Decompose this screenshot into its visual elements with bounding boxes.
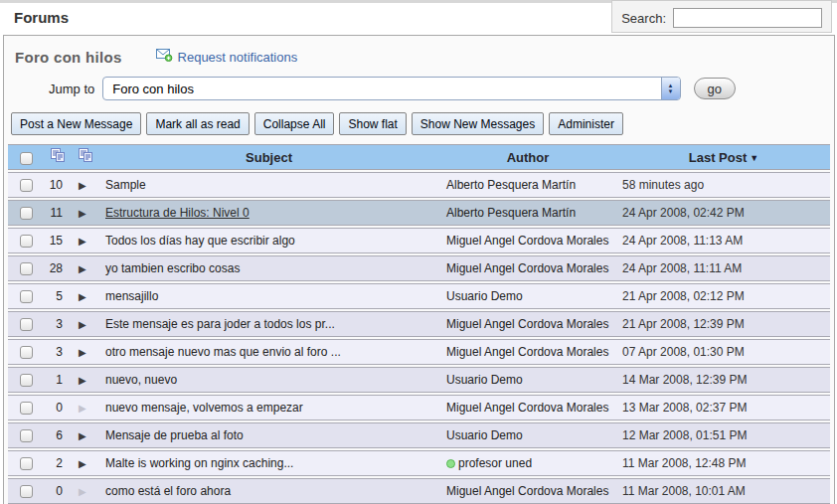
thread-last-post: 24 Apr 2008, 02:42 PM (617, 206, 830, 220)
subject-cell: Mensaje de prueba al foto (99, 428, 438, 442)
row-checkbox[interactable] (20, 235, 33, 248)
row-checkbox[interactable] (20, 318, 33, 331)
author-cell: Miguel Angel Cordova Morales (438, 261, 617, 275)
expand-thread-icon[interactable]: ▶ (79, 236, 86, 247)
expand-cell: ▶ (72, 206, 99, 220)
thread-subject[interactable]: Este mensaje es para joder a todos los p… (105, 317, 335, 331)
thread-row: 3▶Este mensaje es para joder a todos los… (8, 311, 830, 337)
reply-count: 28 (44, 261, 72, 275)
thread-checkbox-cell (8, 401, 44, 415)
expand-cell: ▶ (72, 456, 99, 470)
thread-subject[interactable]: Malte is working on nginx caching... (105, 456, 293, 470)
thread-checkbox-cell (8, 484, 44, 498)
thread-list: 10▶SampleAlberto Pesquera Martín58 minut… (8, 172, 830, 504)
thread-subject[interactable]: Estructura de Hilos: Nivel 0 (105, 206, 250, 220)
select-none-icon[interactable] (79, 148, 92, 166)
expand-thread-icon[interactable]: ▶ (79, 208, 86, 219)
mark-all-read-button[interactable]: Mark all as read (146, 112, 249, 135)
thread-last-post: 12 Mar 2008, 01:51 PM (617, 428, 830, 442)
thread-row: 10▶SampleAlberto Pesquera Martín58 minut… (8, 172, 830, 198)
thread-last-post: 21 Apr 2008, 02:12 PM (617, 289, 830, 303)
expand-thread-icon[interactable]: ▶ (79, 430, 86, 441)
subject-cell: Sample (99, 178, 438, 192)
row-checkbox[interactable] (20, 346, 33, 359)
thread-row: 5▶mensajilloUsuario Demo21 Apr 2008, 02:… (8, 283, 830, 309)
request-notifications-link[interactable]: Request notifications (156, 48, 298, 66)
author-cell: Usuario Demo (438, 373, 617, 387)
expand-thread-icon[interactable]: ▶ (79, 180, 86, 191)
expand-thread-icon[interactable]: ▶ (79, 291, 86, 302)
search-input[interactable] (673, 8, 822, 28)
show-flat-button[interactable]: Show flat (339, 112, 406, 135)
row-checkbox[interactable] (20, 262, 33, 275)
header-checkbox-cell (8, 149, 44, 164)
thread-checkbox-cell (8, 428, 44, 442)
row-checkbox[interactable] (20, 402, 33, 415)
post-new-message-button[interactable]: Post a New Message (11, 112, 141, 135)
author-cell: Miguel Angel Cordova Morales (438, 484, 617, 498)
thread-subject[interactable]: Sample (105, 178, 146, 192)
reply-count: 0 (44, 484, 72, 498)
author-cell: Usuario Demo (438, 289, 617, 303)
forum-toolbar: Post a New Message Mark all as read Coll… (4, 112, 834, 135)
show-new-messages-button[interactable]: Show New Messages (412, 112, 544, 135)
thread-subject[interactable]: nuevo mensaje, volvemos a empezar (105, 401, 303, 415)
topbar: Forums Search: (0, 3, 837, 32)
go-button[interactable]: go (694, 78, 736, 99)
thread-subject[interactable]: yo tambien escribo cosas (105, 261, 240, 275)
row-checkbox[interactable] (20, 374, 33, 387)
expand-cell: ▶ (72, 428, 99, 442)
expand-thread-icon[interactable]: ▶ (79, 263, 86, 274)
thread-subject[interactable]: Todos los días hay que escribir algo (105, 234, 295, 248)
search-label: Search: (621, 11, 666, 26)
select-all-icon[interactable] (51, 148, 65, 166)
author-cell: profesor uned (438, 456, 617, 470)
search-box: Search: (611, 0, 832, 33)
thread-checkbox-cell (8, 456, 44, 470)
row-checkbox[interactable] (20, 207, 33, 220)
row-checkbox[interactable] (20, 179, 33, 192)
collapse-all-button[interactable]: Collapse All (254, 112, 335, 135)
thread-subject[interactable]: nuevo, nuevo (105, 373, 177, 387)
administer-button[interactable]: Administer (549, 112, 623, 135)
reply-count: 6 (44, 428, 72, 442)
row-checkbox[interactable] (20, 290, 33, 303)
subject-cell: mensajillo (99, 289, 438, 303)
forums-page: Forums Search: Foro con hilos Request no… (0, 0, 837, 504)
thread-subject[interactable]: Mensaje de prueba al foto (105, 428, 244, 442)
row-checkbox[interactable] (20, 485, 33, 498)
thread-author: Usuario Demo (446, 289, 523, 303)
expand-thread-icon[interactable]: ▶ (79, 347, 86, 358)
jump-to-select[interactable]: Foro con hilos ▲▼ (102, 77, 680, 100)
page-title: Forums (14, 9, 69, 26)
thread-author: Usuario Demo (446, 428, 523, 442)
subject-cell: como está el foro ahora (99, 484, 438, 498)
thread-row: 6▶Mensaje de prueba al fotoUsuario Demo1… (8, 422, 830, 448)
author-cell: Miguel Angel Cordova Morales (438, 317, 617, 331)
author-cell: Miguel Angel Cordova Morales (438, 234, 617, 248)
thread-author: Miguel Angel Cordova Morales (446, 484, 608, 498)
thread-subject[interactable]: como está el foro ahora (105, 484, 231, 498)
row-checkbox[interactable] (20, 429, 33, 442)
thread-row: 3▶otro mensaje nuevo mas que envio al fo… (8, 339, 830, 365)
thread-subject[interactable]: mensajillo (105, 289, 158, 303)
thread-checkbox-cell (8, 345, 44, 359)
expand-thread-icon: ▶ (79, 403, 86, 414)
thread-subject[interactable]: otro mensaje nuevo mas que envio al foro… (105, 345, 341, 359)
author-column-header: Author (438, 150, 617, 165)
thread-author: Miguel Angel Cordova Morales (446, 317, 608, 331)
expand-cell: ▶ (72, 317, 99, 331)
expand-thread-icon[interactable]: ▶ (79, 319, 86, 330)
expand-thread-icon[interactable]: ▶ (79, 458, 86, 469)
threads-table: Subject Author Last Post▼ 10▶SampleAlber… (8, 144, 830, 504)
subject-cell: Este mensaje es para joder a todos los p… (99, 317, 438, 331)
jump-row: Jump to Foro con hilos ▲▼ go (4, 77, 834, 100)
thread-checkbox-cell (8, 373, 44, 387)
row-checkbox[interactable] (20, 457, 33, 470)
subject-cell: Malte is working on nginx caching... (99, 456, 438, 470)
expand-thread-icon[interactable]: ▶ (79, 375, 86, 386)
select-all-checkbox[interactable] (20, 152, 33, 165)
forum-title: Foro con hilos (15, 49, 122, 66)
thread-last-post: 24 Apr 2008, 11:11 AM (617, 261, 830, 275)
last-post-column-header[interactable]: Last Post▼ (617, 150, 830, 165)
